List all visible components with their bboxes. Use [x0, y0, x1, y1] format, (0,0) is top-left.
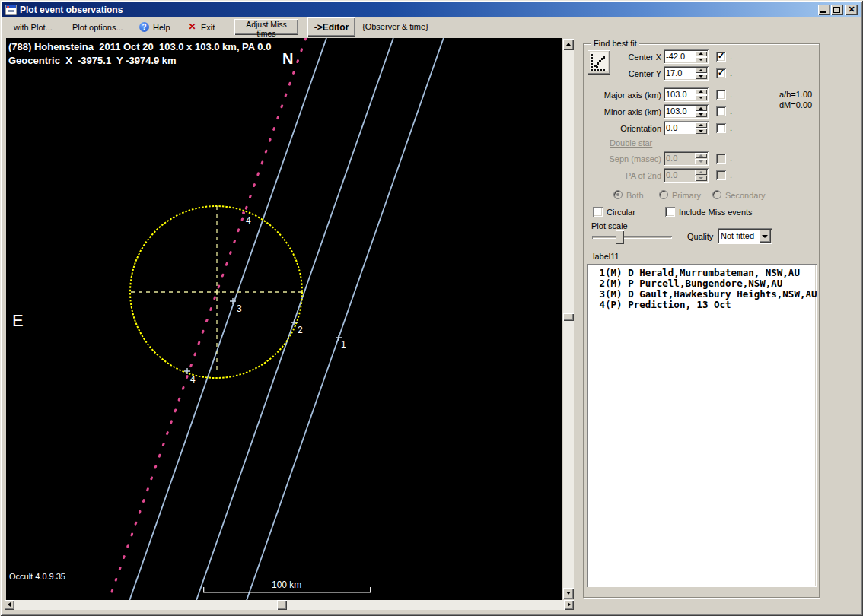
orientation-label: Orientation — [582, 124, 661, 133]
spin-up-icon[interactable] — [695, 122, 707, 128]
sepn-dot: . — [730, 154, 732, 163]
scroll-left-icon — [8, 602, 11, 607]
sepn-field — [664, 151, 709, 166]
scroll-down-button[interactable] — [563, 588, 574, 599]
east-label: E — [12, 311, 24, 331]
close-button[interactable]: ✕ — [845, 5, 858, 15]
minor-axis-spinner[interactable] — [695, 106, 707, 117]
menu-help[interactable]: Help — [153, 23, 170, 32]
center-y-dot: . — [730, 68, 732, 78]
find-best-fit-title: Find best fit — [591, 39, 639, 48]
list-item[interactable]: 2(M) P Purcell,Bungendore,NSW,AU — [594, 278, 817, 289]
menu-plot-options[interactable]: Plot options... — [72, 23, 123, 32]
version-label: Occult 4.0.9.35 — [9, 572, 65, 581]
center-y-checkbox[interactable] — [716, 68, 726, 78]
spin-down-icon[interactable] — [695, 74, 707, 79]
radio-both — [613, 190, 623, 199]
spin-down-icon — [695, 176, 707, 181]
title-bar: Plot event observations ✕ — [2, 2, 861, 17]
sepn-label: Sepn (masec) — [582, 154, 661, 164]
minimize-button[interactable] — [818, 5, 830, 15]
sepn-spinner — [695, 153, 707, 164]
quality-dropdown[interactable]: Not fitted — [718, 228, 772, 244]
chord-line-1 — [247, 38, 444, 601]
spin-up-icon[interactable] — [695, 106, 707, 111]
help-icon[interactable] — [139, 22, 149, 32]
exit-icon[interactable] — [187, 22, 197, 32]
maximize-button[interactable] — [831, 5, 843, 15]
spin-up-icon[interactable] — [695, 89, 707, 94]
marker-label-1: 1 — [341, 339, 346, 350]
spin-down-icon[interactable] — [695, 57, 707, 62]
editor-button[interactable]: ->Editor — [307, 17, 355, 37]
quality-value: Not fitted — [721, 231, 754, 240]
toolbar: with Plot... Plot options... Help Exit A… — [2, 17, 861, 38]
observations-listbox[interactable]: 1(M) D Herald,Murrumbateman, NSW,AU 2(M)… — [587, 264, 817, 587]
list-item[interactable]: 4(P) Prediction, 13 Oct — [594, 300, 817, 310]
dm-label: dM=0.00 — [779, 100, 812, 110]
spin-up-icon[interactable] — [695, 68, 707, 73]
orientation-checkbox[interactable] — [716, 123, 726, 133]
ab-ratio-label: a/b=1.00 — [779, 90, 812, 99]
pa-2nd-input — [666, 170, 695, 180]
plot-horizontal-scrollbar[interactable] — [5, 600, 574, 610]
spin-down-icon[interactable] — [695, 129, 707, 134]
app-window: Plot event observations ✕ with Plot... P… — [0, 0, 863, 616]
circular-label: Circular — [607, 208, 635, 217]
major-axis-input[interactable] — [666, 89, 695, 100]
center-y-input[interactable] — [666, 68, 695, 78]
center-x-spinner[interactable] — [695, 51, 707, 62]
quality-label: Quality — [687, 232, 713, 241]
center-y-field[interactable] — [664, 66, 709, 81]
menu-exit[interactable]: Exit — [201, 23, 215, 32]
plot-scale-slider-handle[interactable] — [616, 230, 624, 244]
include-miss-checkbox[interactable] — [665, 207, 675, 217]
center-x-checkbox[interactable] — [716, 52, 726, 62]
minor-axis-checkbox[interactable] — [716, 106, 726, 116]
spin-down-icon[interactable] — [695, 95, 707, 100]
radio-secondary-label: Secondary — [725, 191, 766, 200]
major-axis-checkbox[interactable] — [716, 90, 726, 100]
app-icon — [5, 5, 17, 15]
center-x-field[interactable] — [664, 49, 709, 64]
center-y-spinner[interactable] — [695, 68, 707, 79]
scroll-up-button[interactable] — [563, 39, 574, 50]
list-item[interactable]: 1(M) D Herald,Murrumbateman, NSW,AU — [594, 268, 817, 278]
minor-axis-field[interactable] — [664, 104, 709, 119]
vertical-scroll-thumb[interactable] — [563, 313, 574, 321]
plot-geometry — [6, 38, 562, 601]
scroll-left-button[interactable] — [5, 600, 14, 610]
circular-checkbox[interactable] — [593, 207, 603, 217]
spin-down-icon[interactable] — [695, 112, 707, 117]
center-y-label: Center Y — [582, 69, 661, 78]
orientation-input[interactable] — [666, 122, 695, 133]
sepn-checkbox — [716, 154, 726, 164]
dropdown-arrow-icon[interactable] — [759, 230, 771, 243]
scroll-down-icon — [566, 592, 571, 595]
spin-up-icon[interactable] — [695, 51, 707, 56]
pa-2nd-spinner — [695, 170, 707, 181]
major-axis-spinner[interactable] — [695, 89, 707, 100]
menu-with-plot[interactable]: with Plot... — [14, 23, 53, 32]
minor-axis-input[interactable] — [666, 106, 695, 116]
radio-both-label: Both — [626, 191, 644, 200]
plot-canvas[interactable]: (788) Hohensteina 2011 Oct 20 103.0 x 10… — [6, 38, 562, 601]
plot-scale-slider[interactable] — [592, 236, 672, 239]
horizontal-scroll-thumb[interactable] — [277, 600, 287, 610]
major-axis-field[interactable] — [664, 87, 709, 102]
adjust-miss-times-button[interactable]: Adjust Miss times — [234, 19, 298, 35]
minimize-icon — [820, 11, 826, 13]
plot-scale-label: Plot scale — [591, 221, 628, 230]
scroll-right-button[interactable] — [564, 600, 574, 610]
spin-up-icon — [695, 153, 707, 158]
list-item[interactable]: 3(M) D Gault,Hawkesbury Heights,NSW,AU — [594, 289, 817, 300]
orientation-field[interactable] — [664, 121, 709, 135]
pa-2nd-label: PA of 2nd — [582, 171, 661, 180]
north-label: N — [282, 50, 293, 68]
plot-vertical-scrollbar[interactable] — [563, 39, 574, 599]
marker-label-4-top: 4 — [246, 215, 251, 226]
scroll-up-icon — [566, 43, 571, 46]
orientation-spinner[interactable] — [695, 122, 707, 134]
center-x-input[interactable] — [666, 51, 695, 62]
marker-label-3: 3 — [237, 303, 242, 314]
